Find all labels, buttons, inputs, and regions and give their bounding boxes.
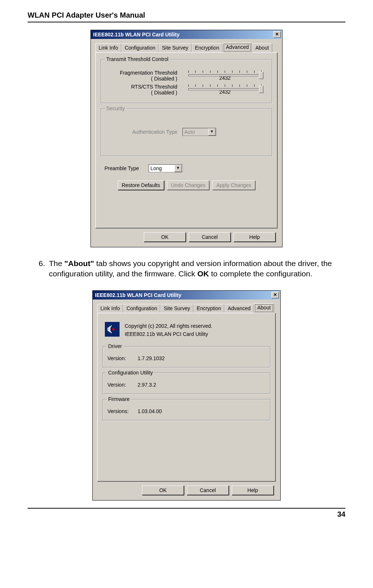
firmware-group: Firmware Versions: 1.03.04.00 xyxy=(103,399,270,420)
driver-version-label: Version: xyxy=(107,355,136,361)
page-number: 34 xyxy=(28,510,345,526)
driver-group-label: Driver xyxy=(107,343,123,349)
slider-thumb-icon[interactable] xyxy=(259,72,263,79)
tab-about[interactable]: About xyxy=(252,43,272,53)
security-group: Security Authentication Type Auto ▼ xyxy=(101,108,272,156)
titlebar: IEEE802.11b WLAN PCI Card Utility ✕ xyxy=(93,291,280,300)
fragmentation-label: Fragmentation Threshold ( Disabled ) xyxy=(106,70,182,82)
preamble-label: Preamble Type xyxy=(101,165,149,171)
rts-label: RTS/CTS Threshold ( Disabled ) xyxy=(106,84,182,96)
config-version-value: 2.97.3.2 xyxy=(138,382,156,388)
tab-encryption[interactable]: Encryption xyxy=(193,304,224,314)
advanced-dialog: IEEE802.11b WLAN PCI Card Utility ✕ Link… xyxy=(90,30,283,247)
copyright-text: Copyright (c) 2002, All rights reserved. xyxy=(125,322,212,330)
close-icon[interactable]: ✕ xyxy=(271,292,279,298)
ok-button[interactable]: OK xyxy=(142,485,184,495)
ok-button[interactable]: OK xyxy=(144,232,186,242)
firmware-version-value: 1.03.04.00 xyxy=(138,408,162,414)
slider-thumb-icon[interactable] xyxy=(259,86,263,93)
chevron-down-icon: ▼ xyxy=(208,128,216,136)
config-version-label: Version: xyxy=(107,382,136,388)
tabs: Link Info Configuration Site Survey Encr… xyxy=(95,43,278,53)
driver-version-value: 1.7.29.1032 xyxy=(138,355,165,361)
apply-changes-button: Apply Changes xyxy=(212,180,255,190)
tab-site-survey[interactable]: Site Survey xyxy=(159,43,192,53)
cancel-button[interactable]: Cancel xyxy=(189,232,231,242)
rts-slider[interactable] xyxy=(188,85,262,87)
header-rule xyxy=(28,22,345,22)
step-6-text: 6.The "About" tab shows you copyright an… xyxy=(39,258,345,279)
security-group-label: Security xyxy=(105,105,127,111)
cancel-button[interactable]: Cancel xyxy=(187,485,229,495)
dialog-title: IEEE802.11b WLAN PCI Card Utility xyxy=(93,32,180,37)
tabs: Link Info Configuration Site Survey Encr… xyxy=(97,303,276,313)
tab-about[interactable]: About xyxy=(254,303,274,313)
footer-rule xyxy=(28,508,345,509)
restore-defaults-button[interactable]: Restore Defaults xyxy=(118,180,164,190)
tab-configuration[interactable]: Configuration xyxy=(121,43,159,53)
config-group-label: Configuration Utility xyxy=(107,370,154,376)
help-button[interactable]: Help xyxy=(234,232,276,242)
dialog-title: IEEE802.11b WLAN PCI Card Utility xyxy=(95,292,181,298)
chevron-down-icon[interactable]: ▼ xyxy=(174,165,182,172)
tab-advanced[interactable]: Advanced xyxy=(224,304,254,314)
app-icon xyxy=(105,322,120,337)
config-utility-group: Configuration Utility Version: 2.97.3.2 xyxy=(103,373,270,394)
app-name-text: IEEE802.11b WLAN PCI Card Utility xyxy=(125,330,212,338)
tab-link-info[interactable]: Link Info xyxy=(95,43,121,53)
close-icon[interactable]: ✕ xyxy=(273,31,281,38)
tab-configuration[interactable]: Configuration xyxy=(123,304,160,314)
firmware-version-label: Versions: xyxy=(107,408,136,414)
about-dialog: IEEE802.11b WLAN PCI Card Utility ✕ Link… xyxy=(92,290,281,501)
firmware-group-label: Firmware xyxy=(107,396,131,402)
tab-site-survey[interactable]: Site Survey xyxy=(160,304,193,314)
fragmentation-slider[interactable] xyxy=(188,71,262,74)
titlebar: IEEE802.11b WLAN PCI Card Utility ✕ xyxy=(91,30,282,39)
svg-point-1 xyxy=(112,328,115,330)
auth-type-label: Authentication Type xyxy=(106,129,182,135)
page-header: WLAN PCI Adapter User's Manual xyxy=(28,11,345,19)
help-button[interactable]: Help xyxy=(232,485,274,495)
undo-changes-button: Undo Changes xyxy=(167,180,209,190)
auth-type-select: Auto ▼ xyxy=(182,128,216,136)
transmit-threshold-group: Transmit Threshold Control Fragmentation… xyxy=(101,59,272,103)
driver-group: Driver Version: 1.7.29.1032 xyxy=(103,346,270,368)
transmit-group-label: Transmit Threshold Control xyxy=(105,56,170,62)
tab-encryption[interactable]: Encryption xyxy=(192,43,223,53)
tab-advanced[interactable]: Advanced xyxy=(223,43,252,53)
tab-link-info[interactable]: Link Info xyxy=(97,304,123,314)
preamble-select[interactable]: Long ▼ xyxy=(149,164,182,172)
